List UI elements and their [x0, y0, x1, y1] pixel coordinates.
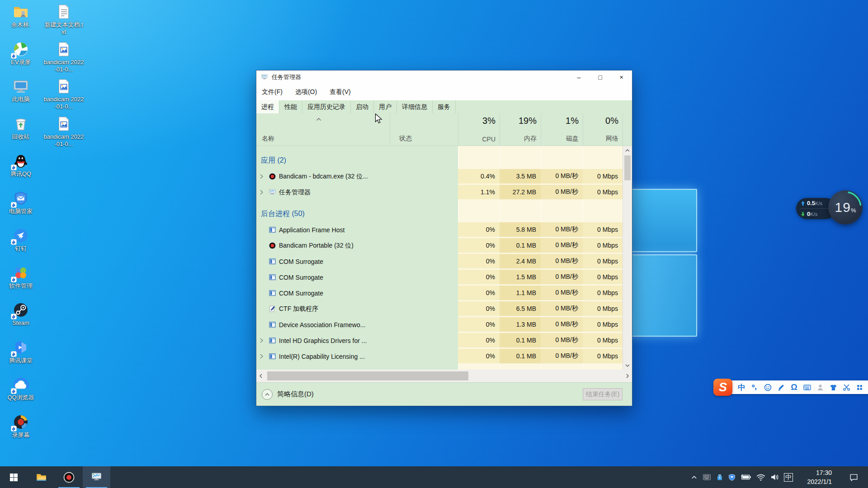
- cell-net: 0 Mbps: [583, 238, 623, 253]
- tray-speaker-icon[interactable]: [770, 474, 779, 481]
- process-name: CTF 加载程序: [279, 301, 318, 317]
- sogou-logo-icon[interactable]: S: [713, 379, 732, 396]
- desktop-icon-this-pc[interactable]: 此电脑: [0, 78, 41, 103]
- menu-item-0[interactable]: 文件(F): [262, 88, 283, 96]
- desktop-icon-bandicam-file-1[interactable]: bandicam 2022-01-0...: [43, 41, 84, 73]
- sogou-dots-icon[interactable]: [853, 380, 866, 394]
- vertical-scrollbar[interactable]: [623, 146, 632, 370]
- menu-item-1[interactable]: 选项(O): [295, 88, 317, 96]
- column-name[interactable]: 名称: [256, 113, 390, 145]
- tab-详细信息[interactable]: 详细信息: [397, 100, 433, 113]
- details-toggle-label[interactable]: 简略信息(D): [277, 390, 314, 399]
- tray-kbd-icon[interactable]: [703, 474, 711, 481]
- process-group-header[interactable]: 应用 (2): [256, 153, 623, 169]
- desktop-icon-new-text-doc[interactable]: 新建文本文档.txt: [43, 4, 84, 36]
- column-cpu[interactable]: 3% CPU: [458, 113, 500, 145]
- cell-net: 0 Mbps: [583, 270, 623, 285]
- horizontal-scrollbar[interactable]: [256, 370, 632, 382]
- process-row[interactable]: 任务管理器1.1%27.2 MB0 MB/秒0 Mbps: [256, 184, 623, 200]
- bin-icon: [13, 116, 29, 132]
- taskbar-button-explorer[interactable]: [28, 466, 55, 488]
- column-disk[interactable]: 1% 磁盘: [541, 113, 583, 145]
- taskbar-button-bandicam[interactable]: [55, 466, 83, 488]
- chevron-right-icon[interactable]: [260, 169, 263, 184]
- chevron-right-icon[interactable]: [260, 333, 263, 348]
- tray-chevron-icon[interactable]: [691, 474, 698, 480]
- process-row[interactable]: Intel HD Graphics Drivers for ...0%0.1 M…: [256, 333, 623, 348]
- desktop-icon-yumulin[interactable]: 余木林.: [0, 4, 41, 28]
- sogou-shirt-icon[interactable]: [827, 380, 840, 394]
- column-network[interactable]: 0% 网络: [583, 113, 623, 145]
- sogou-omega-icon[interactable]: Ω: [788, 380, 801, 394]
- desktop-icon-label: 钉钉: [0, 245, 41, 252]
- end-task-button[interactable]: 结束任务(E): [583, 388, 623, 400]
- desktop-icon-label: Steam: [0, 319, 41, 327]
- desktop-icon-dingtalk[interactable]: 钉钉: [0, 227, 41, 252]
- scroll-up-icon[interactable]: [623, 146, 632, 155]
- process-row[interactable]: COM Surrogate0%1.1 MB0 MB/秒0 Mbps: [256, 285, 623, 301]
- taskbar-clock[interactable]: 17:30 2022/1/1: [796, 468, 832, 486]
- scroll-left-icon[interactable]: [256, 370, 265, 382]
- sogou-pen-icon[interactable]: [774, 380, 788, 394]
- sogou-face-icon[interactable]: [761, 380, 774, 394]
- column-status[interactable]: 状态: [390, 113, 458, 145]
- desktop-icon-bandicam-file-2[interactable]: bandicam 2022-01-0...: [43, 78, 84, 110]
- taskbar-button-start[interactable]: [0, 466, 28, 488]
- chevron-right-icon[interactable]: [260, 184, 263, 200]
- process-group-header[interactable]: 后台进程 (50): [256, 200, 623, 222]
- tray-wifi-icon[interactable]: [756, 474, 765, 481]
- window-titlebar[interactable]: 任务管理器 – □ ×: [256, 70, 632, 84]
- desktop-icon-qq-browser[interactable]: QQ浏览器: [0, 376, 41, 401]
- maximize-button[interactable]: □: [590, 70, 611, 84]
- scroll-down-icon[interactable]: [623, 361, 632, 370]
- process-row[interactable]: COM Surrogate0%2.4 MB0 MB/秒0 Mbps: [256, 253, 623, 269]
- close-button[interactable]: ×: [611, 70, 632, 84]
- process-row[interactable]: CTF 加载程序0%6.5 MB0 MB/秒0 Mbps: [256, 301, 623, 317]
- desktop-icon-lu-pingmu[interactable]: 录屏幕: [0, 414, 41, 439]
- column-header-row: 名称 状态 3% CPU 19% 内存 1% 磁盘 0% 网络: [256, 113, 632, 146]
- sogou-person-icon[interactable]: [814, 380, 827, 394]
- process-row[interactable]: COM Surrogate0%1.5 MB0 MB/秒0 Mbps: [256, 269, 623, 285]
- process-row[interactable]: Intel(R) Capability Licensing ...0%0.1 M…: [256, 348, 623, 364]
- tray-usb-icon[interactable]: [716, 474, 723, 481]
- chevron-right-icon[interactable]: [260, 348, 263, 364]
- process-row[interactable]: Bandicam - bdcam.exe (32 位...0.4%3.5 MB0…: [256, 169, 623, 184]
- process-row[interactable]: Device Association Framewo...0%1.3 MB0 M…: [256, 317, 623, 333]
- desktop-icon-tencent-ketang[interactable]: 腾讯课堂: [0, 339, 41, 364]
- tab-启动[interactable]: 启动: [351, 100, 374, 113]
- sogou-punct-icon[interactable]: [748, 380, 761, 394]
- sogou-kbd-icon[interactable]: [801, 380, 814, 394]
- sogou-zh-icon[interactable]: 中: [735, 380, 748, 394]
- tab-用户[interactable]: 用户: [374, 100, 397, 113]
- tab-进程[interactable]: 进程: [256, 100, 279, 113]
- desktop-icon-recycle-bin[interactable]: 回收站: [0, 116, 41, 141]
- tray-battery-icon[interactable]: [741, 474, 751, 480]
- desktop-icon-tencent-qq[interactable]: 腾讯QQ: [0, 153, 41, 178]
- desktop-icon-pc-guanjia[interactable]: 电脑管家: [0, 190, 41, 215]
- tab-性能[interactable]: 性能: [279, 100, 302, 113]
- minimize-button[interactable]: –: [568, 70, 590, 84]
- process-row[interactable]: Application Frame Host0%5.8 MB0 MB/秒0 Mb…: [256, 222, 623, 238]
- vertical-scroll-thumb[interactable]: [624, 155, 631, 180]
- tab-应用历史记录[interactable]: 应用历史记录: [302, 100, 351, 113]
- desktop-icon-steam[interactable]: Steam: [0, 302, 41, 327]
- desktop-icon-soft-manager[interactable]: 软件管理: [0, 265, 41, 290]
- desktop-icon-bandicam-file-3[interactable]: bandicam 2022-01-0...: [43, 116, 84, 148]
- horizontal-scroll-thumb[interactable]: [267, 371, 468, 380]
- action-center-button[interactable]: [843, 466, 864, 488]
- tray-ime-icon[interactable]: 中: [784, 473, 793, 482]
- collapse-details-button[interactable]: [262, 389, 273, 400]
- desktop-icon-ev-luping[interactable]: EV录屏: [0, 41, 41, 66]
- column-memory[interactable]: 19% 内存: [500, 113, 541, 145]
- scroll-right-icon[interactable]: [623, 370, 632, 382]
- memory-ball-widget[interactable]: 19 %: [828, 190, 863, 225]
- disk-total-percent: 1%: [566, 116, 579, 126]
- column-status-label: 状态: [399, 135, 412, 143]
- taskbar-button-taskmgr[interactable]: [83, 466, 110, 488]
- tray-shield-icon[interactable]: [728, 474, 736, 481]
- shortcut-arrow-icon: [11, 164, 17, 170]
- menu-item-2[interactable]: 查看(V): [330, 88, 351, 96]
- tab-服务[interactable]: 服务: [433, 100, 456, 113]
- sogou-cut-icon[interactable]: [840, 380, 853, 394]
- process-row[interactable]: Bandicam Portable (32 位)0%0.1 MB0 MB/秒0 …: [256, 238, 623, 253]
